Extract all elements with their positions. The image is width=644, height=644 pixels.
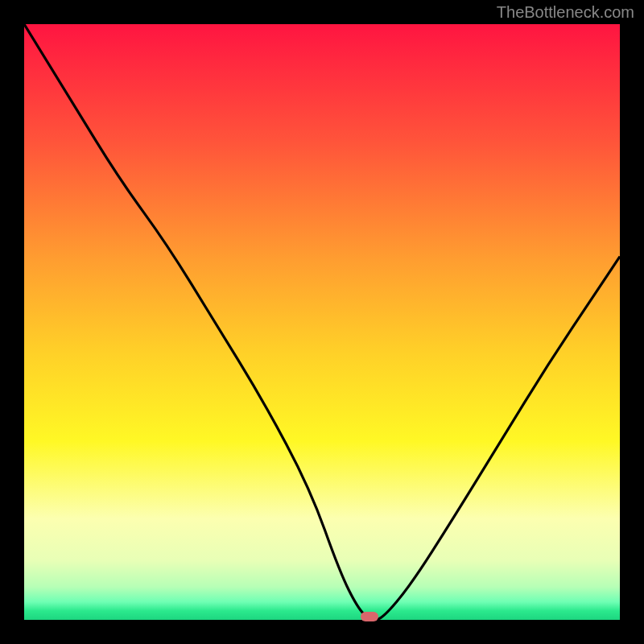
watermark-text: TheBottleneck.com bbox=[497, 3, 634, 22]
optimal-marker bbox=[361, 612, 378, 621]
chart-container: TheBottleneck.com bbox=[0, 0, 644, 644]
bottleneck-curve bbox=[24, 24, 620, 620]
plot-area bbox=[24, 24, 620, 620]
